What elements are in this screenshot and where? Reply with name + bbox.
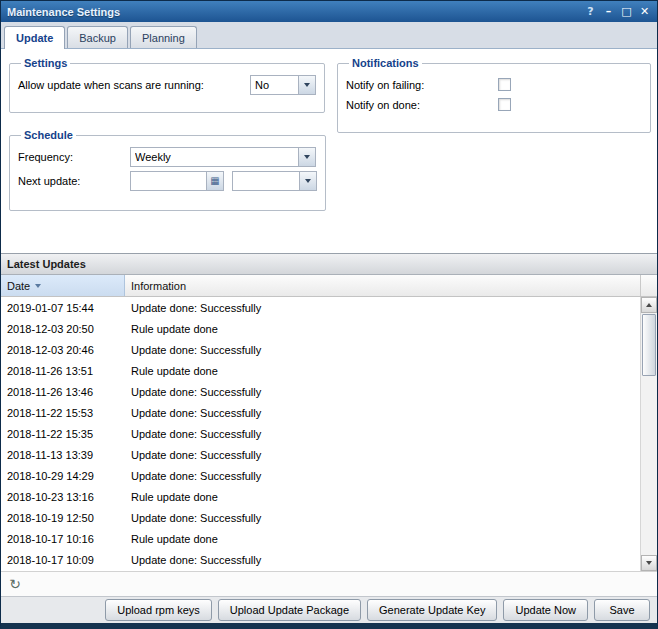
generate-update-key-button[interactable]: Generate Update Key: [367, 599, 497, 621]
arrow-down-icon: [646, 561, 652, 565]
table-row[interactable]: 2018-11-26 13:51Rule update done: [1, 360, 640, 381]
minimize-icon[interactable]: –: [601, 4, 616, 19]
tab-backup[interactable]: Backup: [67, 26, 128, 48]
tab-strip: Update Backup Planning: [1, 22, 657, 49]
tab-planning-label: Planning: [142, 32, 185, 44]
table-row[interactable]: 2018-12-03 20:46Update done: Successfull…: [1, 339, 640, 360]
scrollbar-thumb[interactable]: [642, 314, 656, 376]
date-cell: 2018-10-23 13:16: [1, 491, 125, 503]
date-cell: 2018-10-19 12:50: [1, 512, 125, 524]
schedule-legend: Schedule: [21, 129, 76, 141]
column-header-information[interactable]: Information: [125, 275, 641, 296]
refresh-icon: ↻: [9, 577, 21, 591]
grid-body: 2019-01-07 15:44Update done: Successfull…: [1, 297, 657, 571]
frequency-combobox[interactable]: [130, 147, 316, 167]
tab-update[interactable]: Update: [4, 26, 65, 49]
date-cell: 2018-12-03 20:50: [1, 323, 125, 335]
table-row[interactable]: 2018-11-22 15:53Update done: Successfull…: [1, 402, 640, 423]
date-picker-trigger[interactable]: ▦: [206, 172, 223, 190]
next-update-date-input[interactable]: [131, 172, 206, 190]
frequency-label: Frequency:: [18, 151, 130, 163]
table-row[interactable]: 2018-10-29 14:29Update done: Successfull…: [1, 465, 640, 486]
grid-toolbar: ↻: [1, 571, 657, 596]
grid-header-spacer: [641, 275, 657, 296]
combo-dropdown-trigger[interactable]: [298, 76, 315, 94]
latest-updates-title: Latest Updates: [1, 254, 657, 275]
settings-legend: Settings: [21, 57, 70, 69]
titlebar: Maintenance Settings ? – □ ✕: [1, 1, 657, 22]
close-icon[interactable]: ✕: [637, 4, 652, 19]
table-row[interactable]: 2018-10-19 12:50Update done: Successfull…: [1, 507, 640, 528]
next-update-label: Next update:: [18, 175, 130, 187]
date-cell: 2019-01-07 15:44: [1, 302, 125, 314]
notifications-legend: Notifications: [349, 57, 422, 69]
info-cell: Update done: Successfully: [125, 344, 640, 356]
tab-update-label: Update: [16, 32, 53, 44]
footer-button-bar: Upload rpm keys Upload Update Package Ge…: [1, 596, 657, 623]
info-cell: Rule update done: [125, 365, 640, 377]
info-cell: Update done: Successfully: [125, 449, 640, 461]
table-row[interactable]: 2018-10-17 10:16Rule update done: [1, 528, 640, 549]
chevron-down-icon: [305, 179, 311, 183]
table-row[interactable]: 2018-12-03 20:50Rule update done: [1, 318, 640, 339]
allow-update-combobox[interactable]: [250, 75, 316, 95]
info-cell: Update done: Successfully: [125, 470, 640, 482]
next-update-date-field[interactable]: ▦: [130, 171, 224, 191]
table-row[interactable]: 2018-11-22 15:35Update done: Successfull…: [1, 423, 640, 444]
table-row[interactable]: 2018-11-26 13:46Update done: Successfull…: [1, 381, 640, 402]
table-row[interactable]: 2019-01-07 15:44Update done: Successfull…: [1, 297, 640, 318]
info-cell: Update done: Successfully: [125, 512, 640, 524]
upload-rpm-keys-button[interactable]: Upload rpm keys: [105, 599, 212, 621]
window-title: Maintenance Settings: [7, 6, 120, 18]
date-cell: 2018-10-17 10:09: [1, 554, 125, 566]
date-cell: 2018-10-29 14:29: [1, 470, 125, 482]
window-controls: ? – □ ✕: [583, 4, 652, 19]
notify-failing-label: Notify on failing:: [346, 79, 498, 91]
combo-dropdown-trigger[interactable]: [299, 172, 316, 190]
notify-done-label: Notify on done:: [346, 99, 498, 111]
update-tab-panel: Settings Allow update when scans are run…: [1, 49, 657, 596]
refresh-button[interactable]: ↻: [5, 574, 25, 594]
help-icon[interactable]: ?: [583, 4, 598, 19]
info-cell: Update done: Successfully: [125, 407, 640, 419]
notify-done-checkbox[interactable]: [498, 98, 511, 111]
notifications-fieldset: Notifications Notify on failing: Notify …: [337, 57, 651, 133]
date-cell: 2018-11-26 13:51: [1, 365, 125, 377]
tab-backup-label: Backup: [79, 32, 116, 44]
date-cell: 2018-11-22 15:35: [1, 428, 125, 440]
combo-dropdown-trigger[interactable]: [298, 148, 315, 166]
info-cell: Update done: Successfully: [125, 302, 640, 314]
notify-failing-checkbox[interactable]: [498, 78, 511, 91]
table-row[interactable]: 2018-10-23 13:16Rule update done: [1, 486, 640, 507]
chevron-down-icon: [304, 83, 310, 87]
info-cell: Rule update done: [125, 533, 640, 545]
next-update-time-input[interactable]: [233, 172, 299, 190]
allow-update-label: Allow update when scans are running:: [18, 79, 204, 91]
frequency-value[interactable]: [131, 148, 298, 166]
date-cell: 2018-11-22 15:53: [1, 407, 125, 419]
date-cell: 2018-11-13 13:39: [1, 449, 125, 461]
allow-update-value[interactable]: [251, 76, 298, 94]
form-area: Settings Allow update when scans are run…: [1, 49, 657, 253]
update-now-button[interactable]: Update Now: [503, 599, 588, 621]
maximize-icon[interactable]: □: [619, 4, 634, 19]
upload-update-package-button[interactable]: Upload Update Package: [218, 599, 361, 621]
column-header-date[interactable]: Date: [1, 275, 125, 296]
scroll-down-button[interactable]: [641, 555, 657, 571]
schedule-fieldset: Schedule Frequency: Next update: ▦: [9, 129, 326, 211]
info-cell: Rule update done: [125, 491, 640, 503]
table-row[interactable]: 2018-11-13 13:39Update done: Successfull…: [1, 444, 640, 465]
column-header-information-label: Information: [131, 280, 186, 292]
scrollbar-track[interactable]: [641, 377, 657, 555]
scroll-up-button[interactable]: [641, 297, 657, 313]
chevron-down-icon: [304, 155, 310, 159]
settings-fieldset: Settings Allow update when scans are run…: [9, 57, 325, 113]
calendar-icon: ▦: [210, 176, 219, 186]
date-cell: 2018-10-17 10:16: [1, 533, 125, 545]
save-button[interactable]: Save: [594, 599, 650, 621]
tab-planning[interactable]: Planning: [130, 26, 197, 48]
vertical-scrollbar[interactable]: [640, 297, 657, 571]
info-cell: Rule update done: [125, 323, 640, 335]
next-update-time-combobox[interactable]: [232, 171, 317, 191]
table-row[interactable]: 2018-10-17 10:09Update done: Successfull…: [1, 549, 640, 570]
